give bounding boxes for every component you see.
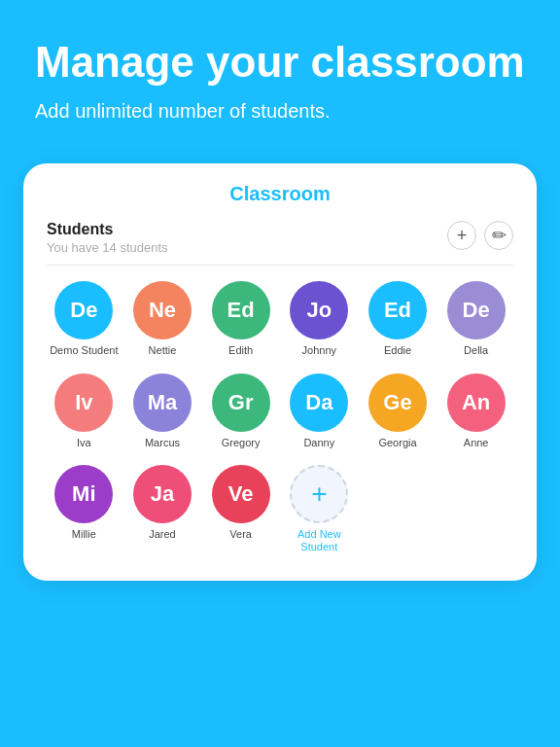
list-item: DeDella [438,281,513,357]
list-item: DeDemo Student [47,281,122,357]
header: Manage your classroom Add unlimited numb… [0,0,560,144]
student-name: Demo Student [50,344,118,357]
student-name: Edith [228,344,253,357]
student-name: Nettie [149,344,177,357]
list-item: AnAnne [438,374,513,449]
card-title: Classroom [47,183,513,205]
student-name: Jared [149,528,176,541]
avatar[interactable]: Ja [133,465,192,523]
student-name: Eddie [384,344,411,357]
students-count: You have 14 students [47,240,168,255]
avatar[interactable]: Gr [212,374,270,432]
list-item: IvIva [47,374,122,449]
list-item: NeNettie [125,281,200,357]
add-new-student-label: Add New Student [282,528,357,553]
students-label: Students [47,221,168,238]
list-item: GrGregory [203,374,278,449]
avatar[interactable]: An [447,374,506,432]
avatar[interactable]: Ed [368,281,427,339]
student-name: Della [464,344,488,357]
avatar[interactable]: Ve [212,465,270,523]
student-name: Marcus [145,437,180,449]
classroom-card: Classroom Students You have 14 students … [23,163,537,581]
page-title: Manage your classroom [35,39,525,86]
add-student-button[interactable]: + [447,221,476,250]
list-item: EdEdith [203,281,278,357]
student-name: Millie [72,528,96,541]
student-name: Iva [77,437,91,449]
list-item: MaMarcus [125,374,200,449]
student-name: Georgia [378,437,416,449]
list-item: JoJohnny [282,281,357,357]
avatar[interactable]: De [447,281,506,339]
list-item: GeGeorgia [361,374,436,449]
students-grid: DeDemo StudentNeNettieEdEdithJoJohnnyEdE… [47,281,513,553]
add-new-student-item: +Add New Student [282,465,357,553]
avatar[interactable]: De [54,281,113,339]
students-actions: + ✏ [447,221,513,250]
student-name: Johnny [302,344,336,357]
avatar[interactable]: Ne [133,281,192,339]
avatar[interactable]: Mi [54,465,113,523]
student-name: Gregory [222,437,261,449]
avatar[interactable]: Iv [54,374,113,432]
avatar[interactable]: Ed [212,281,270,339]
avatar[interactable]: Ma [133,374,192,432]
student-name: Danny [303,437,334,449]
list-item: MiMillie [47,465,122,553]
student-name: Anne [464,437,489,449]
add-new-student-button[interactable]: + [290,465,348,523]
avatar[interactable]: Jo [290,281,348,339]
list-item: DaDanny [282,374,357,449]
list-item: VeVera [203,465,278,553]
students-header: Students You have 14 students + ✏ [47,221,513,266]
avatar[interactable]: Ge [368,374,427,432]
list-item: JaJared [125,465,200,553]
avatar[interactable]: Da [290,374,348,432]
list-item: EdEddie [361,281,436,357]
edit-button[interactable]: ✏ [484,221,513,250]
page-subtitle: Add unlimited number of students. [35,97,525,124]
student-name: Vera [229,528,252,541]
